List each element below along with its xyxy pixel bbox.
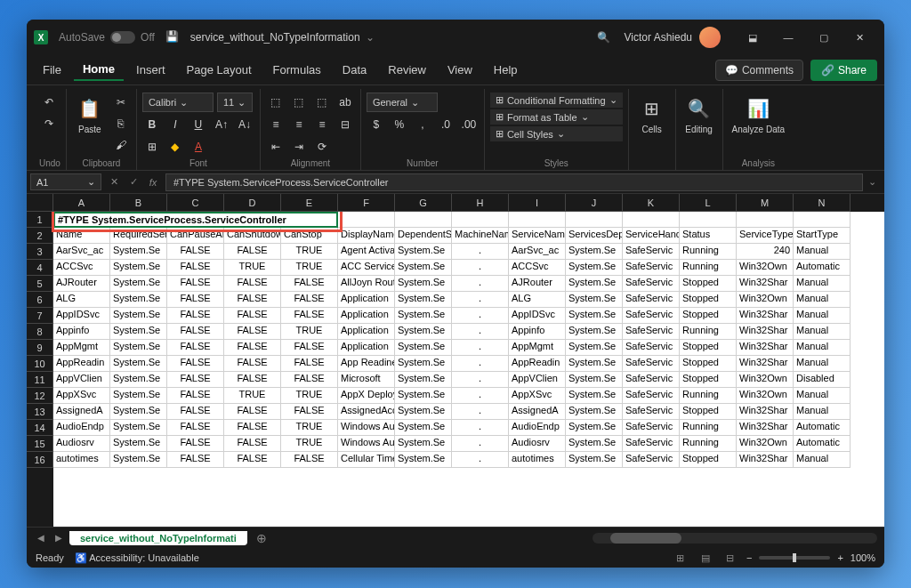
cell[interactable]: AppIDSvc bbox=[509, 308, 566, 324]
cell[interactable]: FALSE bbox=[167, 276, 224, 292]
cancel-formula-button[interactable]: ✕ bbox=[105, 173, 123, 191]
cell[interactable]: . bbox=[452, 356, 509, 372]
cell[interactable]: Windows Audio bbox=[338, 420, 395, 436]
cell[interactable]: TRUE bbox=[281, 436, 338, 452]
percent-button[interactable]: % bbox=[390, 115, 409, 134]
user-account[interactable]: Victor Ashiedu bbox=[625, 27, 722, 48]
cell[interactable]: System.Se bbox=[110, 388, 167, 404]
font-size-dropdown[interactable]: 11⌄ bbox=[217, 93, 253, 112]
page-break-view-button[interactable]: ⊟ bbox=[722, 551, 739, 565]
cell[interactable]: Running bbox=[680, 388, 737, 404]
cell[interactable]: System.Se bbox=[395, 420, 452, 436]
cell[interactable]: System.Se bbox=[566, 452, 623, 468]
minimize-button[interactable]: ― bbox=[770, 23, 806, 52]
toggle-switch[interactable] bbox=[110, 31, 135, 44]
cell[interactable]: Running bbox=[680, 436, 737, 452]
cell[interactable]: ServiceType bbox=[737, 228, 794, 244]
cell[interactable]: SafeServic bbox=[623, 308, 680, 324]
cell[interactable]: AppXSvc bbox=[509, 388, 566, 404]
cell[interactable]: RequiredServices bbox=[110, 228, 167, 244]
cell[interactable]: System.Se bbox=[395, 292, 452, 308]
cell[interactable]: Agent Activation bbox=[338, 244, 395, 260]
cell[interactable]: FALSE bbox=[281, 292, 338, 308]
cell[interactable]: System.Se bbox=[395, 276, 452, 292]
cell[interactable]: autotimes bbox=[53, 452, 110, 468]
cell[interactable]: Stopped bbox=[680, 404, 737, 420]
cell[interactable]: Manual bbox=[794, 292, 851, 308]
row-header-2[interactable]: 2 bbox=[27, 228, 53, 244]
menu-page-layout[interactable]: Page Layout bbox=[178, 60, 261, 80]
cell[interactable]: AssignedA bbox=[53, 404, 110, 420]
cell[interactable]: Application bbox=[338, 308, 395, 324]
format-painter-button[interactable]: 🖌 bbox=[111, 135, 131, 155]
cell[interactable]: DisplayName bbox=[338, 228, 395, 244]
comments-button[interactable]: 💬 Comments bbox=[715, 60, 803, 81]
currency-button[interactable]: $ bbox=[367, 115, 386, 134]
cell[interactable]: System.Se bbox=[110, 340, 167, 356]
autosave-toggle[interactable]: AutoSave Off bbox=[59, 31, 155, 44]
cell[interactable]: Manual bbox=[794, 244, 851, 260]
cell[interactable]: Win32Own bbox=[737, 372, 794, 388]
cell[interactable]: FALSE bbox=[224, 372, 281, 388]
cell[interactable]: FALSE bbox=[167, 244, 224, 260]
cell[interactable]: App Readiness bbox=[338, 356, 395, 372]
cell[interactable]: ALG bbox=[509, 292, 566, 308]
cell[interactable]: FALSE bbox=[281, 452, 338, 468]
cell[interactable]: CanShutdown bbox=[224, 228, 281, 244]
zoom-slider[interactable] bbox=[759, 556, 830, 560]
cell[interactable]: . bbox=[452, 372, 509, 388]
cell[interactable]: AJRouter bbox=[509, 276, 566, 292]
cell[interactable]: FALSE bbox=[167, 436, 224, 452]
column-header-J[interactable]: J bbox=[566, 194, 623, 212]
font-name-dropdown[interactable]: Calibri⌄ bbox=[142, 93, 214, 112]
menu-data[interactable]: Data bbox=[334, 60, 375, 80]
cell[interactable]: Stopped bbox=[680, 372, 737, 388]
cell[interactable]: System.Se bbox=[566, 308, 623, 324]
column-header-I[interactable]: I bbox=[509, 194, 566, 212]
cell[interactable]: . bbox=[452, 292, 509, 308]
accessibility-status[interactable]: ♿ Accessibility: Unavailable bbox=[75, 552, 199, 564]
cell[interactable]: FALSE bbox=[224, 420, 281, 436]
cell[interactable]: TRUE bbox=[281, 388, 338, 404]
cell-A1[interactable]: #TYPE System.ServiceProcess.ServiceContr… bbox=[53, 212, 338, 228]
cell[interactable]: . bbox=[452, 324, 509, 340]
cell[interactable]: FALSE bbox=[281, 372, 338, 388]
row-header-8[interactable]: 8 bbox=[27, 324, 53, 340]
cell[interactable]: AarSvc_ac bbox=[509, 244, 566, 260]
align-middle-button[interactable]: ⬚ bbox=[289, 93, 309, 112]
analyze-data-button[interactable]: 📊Analyze Data bbox=[729, 93, 788, 136]
cell[interactable]: MachineName bbox=[452, 228, 509, 244]
document-title[interactable]: service_without_NoTypeInformation⌄ bbox=[190, 31, 375, 44]
tab-prev-button[interactable]: ◀ bbox=[34, 533, 48, 543]
cell[interactable]: Running bbox=[680, 260, 737, 276]
cell[interactable] bbox=[737, 212, 794, 228]
cell[interactable]: SafeServic bbox=[623, 276, 680, 292]
close-button[interactable]: ✕ bbox=[842, 23, 877, 52]
cell[interactable]: ServicesDependedOn bbox=[566, 228, 623, 244]
cell[interactable]: FALSE bbox=[281, 340, 338, 356]
cell[interactable]: AllJoyn Router bbox=[338, 276, 395, 292]
cell[interactable]: SafeServic bbox=[623, 436, 680, 452]
menu-file[interactable]: File bbox=[34, 60, 70, 80]
cell[interactable]: AppVClien bbox=[509, 372, 566, 388]
cell[interactable]: FALSE bbox=[224, 356, 281, 372]
cell[interactable]: FALSE bbox=[281, 308, 338, 324]
cell[interactable]: System.Se bbox=[110, 452, 167, 468]
cell[interactable]: System.Se bbox=[395, 436, 452, 452]
cell[interactable]: System.Se bbox=[395, 372, 452, 388]
copy-button[interactable]: ⎘ bbox=[111, 114, 131, 133]
column-header-M[interactable]: M bbox=[737, 194, 794, 212]
cell[interactable]: AppVClien bbox=[53, 372, 110, 388]
cell[interactable]: System.Se bbox=[110, 436, 167, 452]
cell[interactable]: Running bbox=[680, 324, 737, 340]
expand-formula-bar-button[interactable]: ⌄ bbox=[863, 173, 881, 191]
cell-styles-button[interactable]: ⊞ Cell Styles ⌄ bbox=[490, 126, 623, 141]
name-box[interactable]: A1⌄ bbox=[30, 173, 101, 190]
cell[interactable]: Name bbox=[53, 228, 110, 244]
cell[interactable]: TRUE bbox=[281, 244, 338, 260]
align-left-button[interactable]: ≡ bbox=[266, 115, 286, 134]
menu-insert[interactable]: Insert bbox=[127, 60, 174, 80]
column-header-B[interactable]: B bbox=[110, 194, 167, 212]
cells-area[interactable]: #TYPE System.ServiceProcess.ServiceContr… bbox=[53, 212, 884, 527]
row-header-10[interactable]: 10 bbox=[27, 356, 53, 372]
